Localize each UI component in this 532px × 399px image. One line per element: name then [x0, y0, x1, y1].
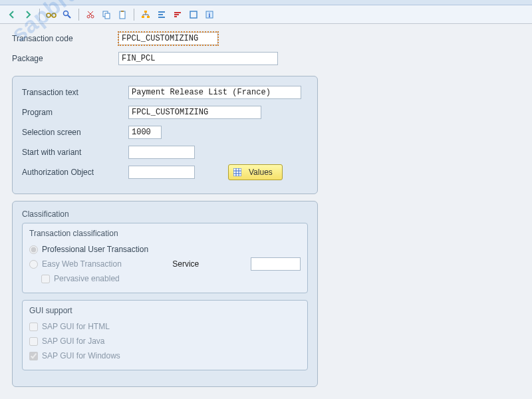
classification-panel: Classification Transaction classificatio…	[12, 201, 318, 387]
selection-screen-input[interactable]	[128, 126, 162, 139]
pervasive-checkbox[interactable]	[41, 275, 50, 283]
paste-icon[interactable]	[116, 8, 129, 21]
svg-rect-15	[147, 16, 150, 18]
svg-point-0	[47, 13, 51, 17]
main-panel: Transaction text Program Selection scree…	[12, 76, 318, 194]
svg-rect-26	[190, 11, 197, 18]
program-input[interactable]	[128, 106, 261, 119]
program-label: Program	[22, 108, 128, 117]
gui-html-label: SAP GUI for HTML	[42, 322, 110, 331]
pervasive-label: Pervasive enabled	[54, 274, 120, 283]
service-label: Service	[172, 259, 251, 269]
svg-text:i: i	[209, 11, 211, 19]
transaction-text-input[interactable]	[128, 86, 301, 99]
back-icon[interactable]	[5, 8, 19, 21]
svg-rect-29	[233, 168, 241, 176]
forward-icon[interactable]	[21, 8, 35, 21]
professional-radio[interactable]	[29, 245, 38, 254]
table-icon	[233, 168, 242, 177]
gui-windows-checkbox[interactable]	[29, 352, 38, 360]
gui-java-checkbox[interactable]	[29, 337, 38, 346]
package-label: Package	[12, 54, 118, 63]
toolbar: i	[0, 5, 532, 24]
auth-object-label: Authorization Object	[22, 168, 128, 177]
transaction-text-label: Transaction text	[22, 88, 128, 97]
svg-rect-14	[142, 16, 144, 18]
transaction-code-input[interactable]	[118, 32, 218, 45]
find-icon[interactable]	[61, 8, 74, 21]
gui-java-label: SAP GUI for Java	[42, 336, 104, 346]
info-icon[interactable]: i	[203, 8, 216, 21]
gui-windows-label: SAP GUI for Windows	[42, 351, 120, 360]
svg-point-6	[91, 15, 94, 18]
gui-html-checkbox[interactable]	[29, 323, 38, 331]
glasses-icon[interactable]	[45, 8, 58, 21]
auth-object-input[interactable]	[128, 166, 195, 179]
package-input[interactable]	[118, 52, 278, 65]
transaction-classification-fieldset: Transaction classification Professional …	[22, 223, 308, 293]
gui-support-fieldset: GUI support SAP GUI for HTML SAP GUI for…	[22, 300, 308, 370]
hierarchy-icon[interactable]	[139, 8, 152, 21]
values-button[interactable]: Values	[228, 164, 283, 180]
title-bar	[0, 0, 532, 5]
classification-title: Classification	[22, 209, 308, 219]
svg-point-5	[87, 15, 90, 18]
sort-icon[interactable]	[171, 8, 184, 21]
values-button-label: Values	[249, 168, 273, 177]
transaction-code-label: Transaction code	[12, 34, 118, 43]
svg-rect-13	[144, 11, 147, 13]
gui-support-title: GUI support	[29, 306, 301, 315]
transaction-classification-title: Transaction classification	[29, 229, 301, 238]
selection-screen-label: Selection screen	[22, 128, 128, 137]
easyweb-radio[interactable]	[29, 260, 38, 269]
svg-rect-10	[105, 13, 110, 19]
svg-point-3	[64, 11, 68, 15]
cut-icon[interactable]	[84, 8, 97, 21]
start-with-variant-input[interactable]	[128, 146, 195, 159]
easyweb-label: Easy Web Transaction	[42, 259, 172, 269]
align-icon[interactable]	[155, 8, 168, 21]
box-icon[interactable]	[187, 8, 200, 21]
start-with-variant-label: Start with variant	[22, 148, 128, 157]
svg-rect-11	[120, 11, 125, 19]
professional-label: Professional User Transaction	[42, 245, 148, 254]
svg-rect-12	[121, 11, 124, 12]
service-input[interactable]	[251, 257, 301, 271]
svg-line-4	[68, 15, 70, 18]
svg-point-1	[52, 13, 56, 17]
copy-icon[interactable]	[100, 8, 113, 21]
